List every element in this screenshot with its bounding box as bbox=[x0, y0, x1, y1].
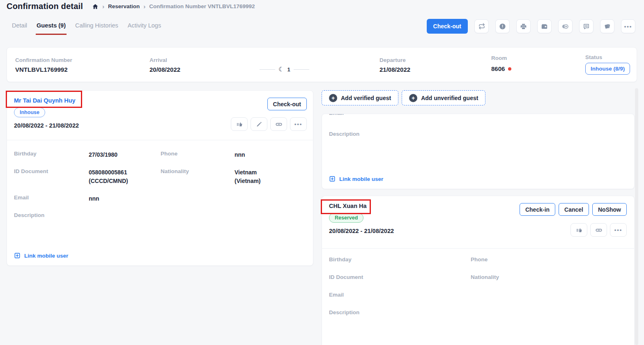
add-unverified-guest-label: Add unverified guest bbox=[421, 95, 478, 101]
nationality-value: Vietnam (Vietnam) bbox=[235, 168, 306, 194]
link-mobile-user-button[interactable]: Link mobile user bbox=[14, 252, 68, 259]
guest-status-badge: Inhouse bbox=[14, 107, 45, 117]
repeat-icon bbox=[478, 23, 485, 30]
guest-details: Birthday 27/03/1980 Phone nnn ID Documen… bbox=[14, 151, 306, 218]
alert-icon-button[interactable] bbox=[495, 19, 510, 33]
more-icon-button[interactable]: ••• bbox=[621, 19, 635, 33]
description-label: Description bbox=[329, 309, 471, 315]
summary-confirmation: Confirmation Number VNTLBVL1769992 bbox=[15, 57, 72, 73]
nights-indicator: ☾ 1 bbox=[260, 66, 309, 73]
link-mobile-user-button[interactable]: Link mobile user bbox=[329, 176, 383, 182]
guest-name-link[interactable]: Mr Tai Dai Quynh Huy bbox=[14, 97, 306, 104]
id-document-label: ID Document bbox=[14, 168, 89, 194]
cards-icon-button[interactable] bbox=[600, 19, 614, 33]
cancel-button[interactable]: Cancel bbox=[559, 203, 589, 216]
status-badge[interactable]: Inhouse (8/9) bbox=[585, 63, 630, 75]
summary-arrival: Arrival 20/08/2022 bbox=[150, 57, 180, 73]
add-charge-icon bbox=[562, 23, 569, 30]
comment-icon bbox=[583, 23, 590, 30]
more-icon-button[interactable]: ••• bbox=[290, 117, 307, 131]
divider-line bbox=[294, 69, 309, 70]
link-icon-button[interactable] bbox=[270, 117, 287, 131]
guest-action-icons: ••• bbox=[570, 223, 627, 237]
swap-icon-button[interactable] bbox=[474, 19, 489, 33]
wallet-icon bbox=[541, 23, 548, 30]
reservation-summary-card: Confirmation Number VNTLBVL1769992 Arriv… bbox=[7, 47, 637, 82]
feedback-icon bbox=[236, 121, 243, 128]
cards-icon bbox=[604, 23, 611, 30]
add-charge-icon-button[interactable] bbox=[558, 19, 573, 33]
confirmation-detail-page: Confirmation detail › Reservation › Conf… bbox=[0, 0, 644, 345]
tab-calling-histories[interactable]: Calling Histories bbox=[74, 18, 119, 35]
checkin-button[interactable]: Check-in bbox=[520, 203, 555, 216]
toolbar: Check-out ••• bbox=[427, 19, 635, 34]
birthday-value: 27/03/1980 bbox=[89, 151, 161, 168]
nights-count: 1 bbox=[287, 66, 290, 73]
divider-line bbox=[260, 69, 275, 70]
page-title: Confirmation detail bbox=[7, 2, 83, 11]
id-document-value: 058080005861 (CCCD/CMND) bbox=[89, 168, 161, 185]
nationality-label: Nationality bbox=[471, 274, 627, 292]
phone-value: nnn bbox=[235, 151, 306, 168]
id-document-label: ID Document bbox=[329, 274, 471, 280]
phone-label: Phone bbox=[471, 256, 627, 274]
add-unverified-guest-button[interactable]: + Add unverified guest bbox=[402, 90, 485, 105]
add-guest-buttons: + Add verified guest + Add unverified gu… bbox=[322, 90, 485, 105]
confirmation-number-label: Confirmation Number bbox=[15, 57, 72, 63]
guest-status-badge: Reserved bbox=[329, 213, 363, 223]
moon-icon: ☾ bbox=[278, 66, 284, 73]
link-mobile-user-label: Link mobile user bbox=[24, 253, 68, 259]
home-icon[interactable] bbox=[92, 3, 99, 10]
page-header: Confirmation detail › Reservation › Conf… bbox=[7, 2, 255, 11]
room-label: Room bbox=[491, 55, 511, 61]
link-mobile-user-label: Link mobile user bbox=[339, 176, 383, 182]
email-label: Email bbox=[329, 114, 634, 116]
breadcrumb-reservation[interactable]: Reservation bbox=[108, 3, 140, 9]
tab-guests[interactable]: Guests (9) bbox=[36, 18, 67, 35]
more-icon: ••• bbox=[294, 121, 303, 127]
link-icon-button[interactable] bbox=[590, 223, 607, 237]
alert-icon bbox=[499, 23, 506, 30]
link-icon bbox=[595, 226, 603, 234]
guest-details: Birthday Phone ID Document Nationality E… bbox=[329, 256, 627, 315]
departure-label: Departure bbox=[380, 57, 410, 63]
tabs: Detail Guests (9) Calling Histories Acti… bbox=[11, 18, 162, 35]
summary-room: Room 8606 bbox=[491, 55, 511, 72]
guest-card-verified: Mr Tai Dai Quynh Huy Inhouse 20/08/2022 … bbox=[7, 90, 313, 266]
tab-detail[interactable]: Detail bbox=[11, 18, 28, 35]
guest-action-buttons: Check-in Cancel NoShow bbox=[520, 203, 627, 216]
chevron-right-icon: › bbox=[143, 3, 145, 10]
comment-icon-button[interactable] bbox=[579, 19, 593, 33]
print-icon bbox=[520, 23, 527, 30]
guest-checkout-button[interactable]: Check-out bbox=[267, 98, 307, 110]
plus-square-icon bbox=[329, 176, 336, 182]
wallet-icon-button[interactable] bbox=[537, 19, 552, 33]
add-verified-guest-button[interactable]: + Add verified guest bbox=[322, 90, 398, 105]
guest-card-reserved: CHL Xuan Ha Reserved 20/08/2022 - 21/08/… bbox=[322, 196, 635, 345]
link-icon bbox=[275, 121, 283, 128]
guest-card-partial: Email Description Link mobile user bbox=[322, 114, 635, 189]
add-verified-guest-label: Add verified guest bbox=[341, 95, 391, 101]
more-icon-button[interactable]: ••• bbox=[610, 223, 627, 237]
checkout-button[interactable]: Check-out bbox=[427, 19, 468, 34]
chevron-right-icon: › bbox=[102, 3, 104, 10]
feedback-icon-button[interactable] bbox=[231, 117, 248, 131]
birthday-label: Birthday bbox=[14, 151, 89, 157]
more-icon: ••• bbox=[624, 24, 632, 29]
print-icon-button[interactable] bbox=[516, 19, 531, 33]
email-value: nnn bbox=[89, 194, 161, 212]
plus-square-icon bbox=[14, 252, 21, 259]
summary-departure: Departure 21/08/2022 bbox=[380, 57, 410, 73]
scrollbar[interactable] bbox=[635, 88, 638, 345]
feedback-icon-button[interactable] bbox=[570, 223, 587, 237]
tab-activity-logs[interactable]: Activity Logs bbox=[127, 18, 162, 35]
guest-action-icons: ••• bbox=[231, 117, 307, 131]
more-icon: ••• bbox=[614, 227, 623, 233]
feedback-icon bbox=[576, 227, 582, 233]
card-divider bbox=[7, 140, 313, 140]
card-divider bbox=[322, 248, 634, 249]
noshow-button[interactable]: NoShow bbox=[592, 203, 627, 216]
room-value: 8606 bbox=[491, 65, 505, 72]
edit-icon-button[interactable] bbox=[251, 117, 267, 131]
arrival-value: 20/08/2022 bbox=[150, 66, 180, 73]
